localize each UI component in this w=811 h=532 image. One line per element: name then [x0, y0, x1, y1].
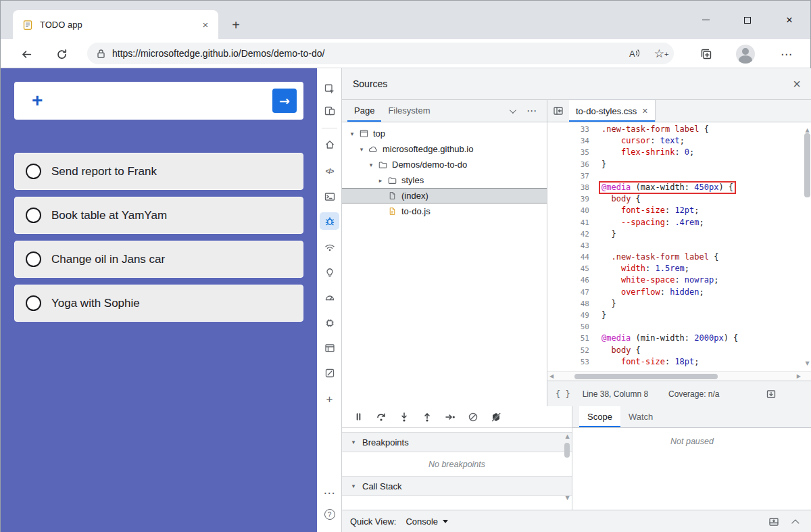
line-number[interactable]: 43: [547, 240, 589, 251]
help-icon[interactable]: ?: [317, 505, 342, 524]
breakpoints-section-header[interactable]: ▾ Breakpoints: [342, 432, 572, 452]
performance-icon[interactable]: [317, 288, 342, 307]
line-number[interactable]: 40: [547, 205, 589, 216]
todo-item[interactable]: Change oil in Jans car: [14, 241, 303, 278]
code-line[interactable]: --spacing: .4rem;: [601, 217, 811, 228]
code-line[interactable]: }: [601, 228, 811, 240]
back-button[interactable]: [18, 46, 34, 62]
devtools-close-icon[interactable]: ×: [793, 77, 801, 91]
maximize-button[interactable]: [727, 1, 768, 39]
editor-tab-css-file[interactable]: to-do-styles.css ×: [569, 100, 656, 122]
code-editor[interactable]: 3334353637383940414243444546474849505152…: [547, 122, 811, 371]
line-number[interactable]: 51: [547, 333, 589, 344]
line-number[interactable]: 44: [547, 251, 589, 263]
todo-item[interactable]: Send report to Frank: [14, 153, 303, 190]
step-out-icon[interactable]: [420, 410, 434, 424]
collections-button[interactable]: [697, 45, 715, 63]
sources-icon[interactable]: [320, 212, 339, 230]
browser-tab[interactable]: TODO app ×: [13, 10, 218, 39]
tab-page[interactable]: Page: [347, 100, 381, 122]
navigator-menu-icon[interactable]: ⋯: [526, 105, 537, 117]
more-tools-plus-icon[interactable]: +: [317, 390, 342, 409]
step-into-icon[interactable]: [397, 410, 411, 424]
new-tab-button[interactable]: +: [228, 18, 244, 34]
tab-watch[interactable]: Watch: [620, 406, 661, 427]
editor-vertical-scrollbar[interactable]: ▲ ▼: [803, 122, 811, 371]
changes-tool-icon[interactable]: [317, 364, 342, 383]
line-number[interactable]: 45: [547, 263, 589, 274]
deactivate-breakpoints-icon[interactable]: [466, 410, 480, 424]
lock-icon[interactable]: [97, 49, 105, 59]
network-icon[interactable]: [317, 238, 342, 257]
line-number[interactable]: 35: [547, 147, 589, 158]
dock-panel-icon[interactable]: [768, 516, 779, 527]
welcome-home-icon[interactable]: [317, 135, 342, 154]
line-number[interactable]: 39: [547, 193, 589, 205]
debugger-pane-scrollbar[interactable]: ▲ ▼: [564, 433, 571, 501]
code-line[interactable]: body {: [601, 193, 811, 205]
caret-down-icon[interactable]: ▾: [366, 162, 376, 168]
code-line[interactable]: overflow: hidden;: [601, 287, 811, 298]
code-line[interactable]: @media (max-width: 450px) {: [601, 182, 811, 193]
code-line[interactable]: .new-task-form label {: [601, 124, 811, 135]
horizontal-scroll-thumb[interactable]: [574, 374, 718, 379]
todo-checkbox[interactable]: [26, 251, 41, 267]
todo-checkbox[interactable]: [26, 164, 41, 179]
scroll-down-icon[interactable]: ▼: [804, 358, 811, 369]
tree-item-styles[interactable]: ▸styles: [342, 172, 547, 188]
caret-right-icon[interactable]: ▸: [376, 177, 385, 184]
step-icon[interactable]: [443, 410, 457, 424]
profile-button[interactable]: [736, 45, 755, 64]
line-number[interactable]: 41: [547, 217, 589, 228]
issues-lightbulb-icon[interactable]: [317, 263, 342, 282]
pretty-print-icon[interactable]: { }: [556, 389, 570, 399]
code-line[interactable]: flex-shrink: 0;: [601, 147, 811, 158]
add-task-button[interactable]: →: [272, 89, 297, 113]
line-number[interactable]: 33: [547, 124, 589, 135]
line-number[interactable]: 38: [547, 182, 589, 193]
pause-script-icon[interactable]: [351, 410, 365, 424]
tree-item-top[interactable]: ▾top: [342, 126, 547, 141]
line-number[interactable]: 36: [547, 159, 589, 170]
tree-item-demos-demo-to-do[interactable]: ▾Demos/demo-to-do: [342, 157, 547, 172]
code-line[interactable]: }: [601, 298, 811, 310]
todo-checkbox[interactable]: [26, 295, 41, 311]
code-line[interactable]: font-size: 18pt;: [601, 356, 811, 368]
line-number[interactable]: 42: [547, 228, 589, 240]
add-favorite-button[interactable]: ☆+: [654, 48, 664, 59]
tree-item-microsoftedge-github-io[interactable]: ▾microsoftedge.github.io: [342, 141, 547, 157]
step-over-icon[interactable]: [374, 410, 388, 424]
line-number[interactable]: 49: [547, 310, 589, 321]
url-text[interactable]: https://microsoftedge.github.io/Demos/de…: [112, 48, 629, 59]
line-number[interactable]: 48: [547, 298, 589, 310]
todo-item[interactable]: Book table at YamYam: [14, 197, 303, 234]
line-number[interactable]: 50: [547, 321, 589, 333]
code-line[interactable]: [601, 240, 811, 251]
scroll-down-icon[interactable]: ▼: [564, 495, 571, 501]
editor-horizontal-scrollbar[interactable]: ◀ ▶: [547, 371, 811, 381]
quick-view-select[interactable]: Console: [401, 514, 452, 529]
browser-menu-button[interactable]: ⋯: [778, 45, 795, 63]
activity-overflow-icon[interactable]: ⋯: [317, 483, 342, 502]
scroll-left-icon[interactable]: ◀: [549, 373, 554, 379]
code-line[interactable]: @media (min-width: 2000px) {: [601, 333, 811, 344]
caret-down-icon[interactable]: ▾: [347, 130, 357, 137]
tree-item-to-do-js[interactable]: to-do.js: [342, 203, 547, 219]
inspect-icon[interactable]: [317, 80, 342, 99]
code-line[interactable]: cursor: text;: [601, 135, 811, 147]
code-line[interactable]: white-space: nowrap;: [601, 274, 811, 286]
code-line[interactable]: }: [601, 159, 811, 170]
line-number[interactable]: 46: [547, 274, 589, 286]
refresh-button[interactable]: [53, 46, 70, 62]
elements-icon[interactable]: </>: [317, 162, 342, 180]
code-line[interactable]: .new-task-form label {: [601, 251, 811, 263]
more-tabs-chevron-icon[interactable]: [510, 109, 514, 114]
device-emulation-icon[interactable]: [317, 101, 342, 120]
tree-item-index[interactable]: (index): [342, 188, 547, 203]
todo-item[interactable]: Yoga with Sophie: [14, 285, 303, 322]
code-line[interactable]: }: [601, 310, 811, 321]
read-aloud-icon[interactable]: A: [629, 49, 641, 59]
line-number[interactable]: 34: [547, 135, 589, 147]
expand-quick-view-icon[interactable]: [794, 519, 800, 525]
console-icon[interactable]: [317, 187, 342, 206]
